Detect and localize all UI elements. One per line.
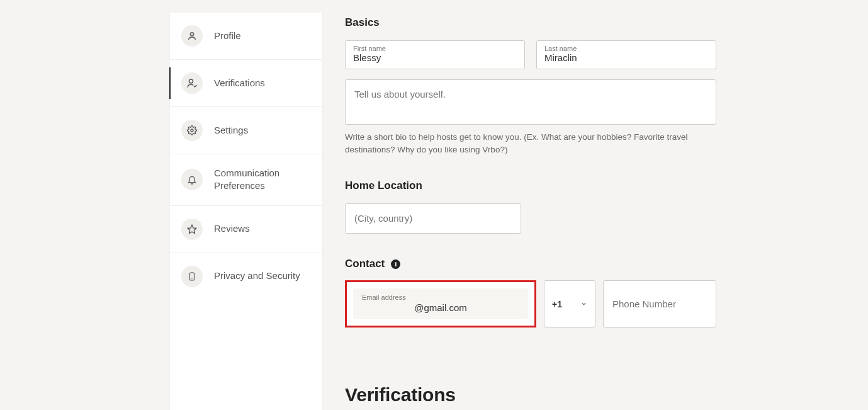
main-content: Basics First name Last name Write a shor… xyxy=(345,13,716,410)
phone-field[interactable] xyxy=(603,280,716,327)
bio-textarea[interactable] xyxy=(354,89,707,115)
email-highlight: Email address @gmail.com xyxy=(345,280,536,327)
sidebar-item-reviews[interactable]: Reviews xyxy=(170,206,322,253)
contact-heading: Contact i xyxy=(345,258,716,270)
bio-helper-text: Write a short bio to help hosts get to k… xyxy=(345,131,716,156)
sidebar-item-settings[interactable]: Settings xyxy=(170,107,322,154)
sidebar-item-label: Reviews xyxy=(214,222,250,235)
svg-point-0 xyxy=(190,33,193,36)
sidebar-item-communication[interactable]: Communication Preferences xyxy=(170,154,322,206)
sidebar-item-label: Settings xyxy=(214,124,248,137)
first-name-field[interactable]: First name xyxy=(345,40,525,69)
last-name-input[interactable] xyxy=(544,52,708,63)
home-location-field[interactable] xyxy=(345,203,521,234)
sidebar-item-privacy[interactable]: Privacy and Security xyxy=(170,253,322,306)
info-icon[interactable]: i xyxy=(391,259,400,269)
home-location-input[interactable] xyxy=(354,213,512,224)
last-name-field[interactable]: Last name xyxy=(536,40,716,69)
settings-sidebar: Profile Verifications Settings Communica… xyxy=(170,13,322,410)
svg-marker-3 xyxy=(188,225,196,233)
sidebar-item-label: Privacy and Security xyxy=(214,270,300,282)
sidebar-item-label: Profile xyxy=(214,30,241,42)
bio-field[interactable] xyxy=(345,79,716,125)
sidebar-item-verifications[interactable]: Verifications xyxy=(170,60,322,107)
sidebar-item-label: Communication Preferences xyxy=(214,167,311,193)
svg-point-2 xyxy=(191,129,193,132)
country-code-value: +1 xyxy=(552,299,562,309)
sidebar-item-profile[interactable]: Profile xyxy=(170,13,322,60)
first-name-input[interactable] xyxy=(353,52,517,63)
contact-title: Contact xyxy=(345,258,385,270)
home-location-heading: Home Location xyxy=(345,179,716,192)
user-icon xyxy=(181,25,203,47)
phone-input[interactable] xyxy=(612,299,707,309)
gear-icon xyxy=(181,120,203,141)
svg-rect-4 xyxy=(190,273,194,280)
country-code-select[interactable]: +1 xyxy=(544,280,595,327)
svg-point-1 xyxy=(189,79,193,83)
smartphone-icon xyxy=(181,266,203,287)
user-check-icon xyxy=(181,72,203,94)
email-label: Email address xyxy=(362,293,519,301)
basics-heading: Basics xyxy=(345,16,716,29)
email-field[interactable]: Email address @gmail.com xyxy=(353,288,528,319)
bell-icon xyxy=(181,169,203,190)
chevron-down-icon xyxy=(580,300,587,307)
verifications-heading: Verifications xyxy=(345,384,716,406)
sidebar-item-label: Verifications xyxy=(214,77,265,89)
first-name-label: First name xyxy=(353,45,517,52)
email-value: @gmail.com xyxy=(362,302,519,313)
star-icon xyxy=(181,219,203,240)
last-name-label: Last name xyxy=(544,45,708,52)
